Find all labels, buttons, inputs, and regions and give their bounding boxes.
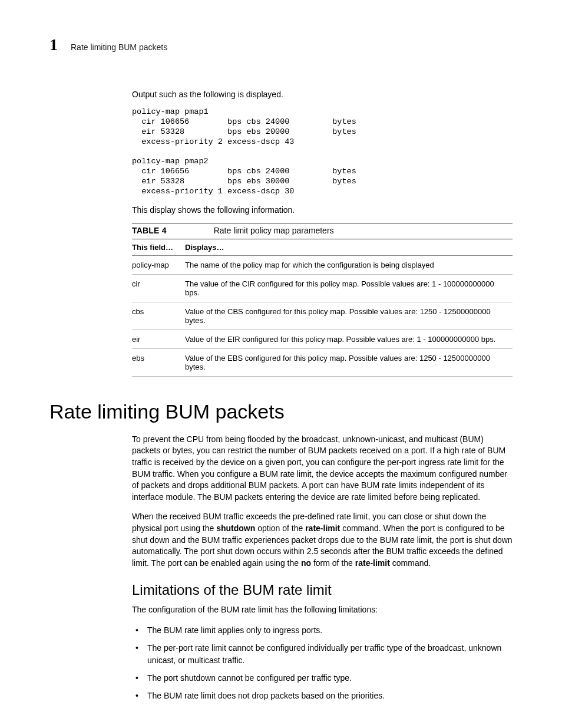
table-row: eir Value of the EIR configured for this…	[132, 330, 513, 348]
p2-seg-c: option of the	[255, 523, 305, 533]
section-body: To prevent the CPU from being flooded by…	[132, 434, 513, 702]
table-label: TABLE 4	[132, 226, 167, 235]
bold-rate-limit-2: rate-limit	[355, 558, 390, 568]
cell-field: cbs	[132, 302, 185, 330]
cell-desc: Value of the CBS configured for this pol…	[185, 302, 513, 330]
table-caption-text: Rate limit policy map parameters	[214, 226, 334, 235]
table-4: TABLE 4 Rate limit policy map parameters…	[132, 223, 513, 377]
list-item: The per-port rate limit cannot be config…	[147, 642, 513, 666]
page-header: 1 Rate limiting BUM packets	[49, 35, 513, 54]
list-item: The BUM rate limit does not drop packets…	[147, 690, 513, 701]
content-column: Output such as the following is displaye…	[132, 90, 513, 377]
table-row: policy-map The name of the policy map fo…	[132, 255, 513, 274]
list-item: The port shutdown cannot be configured p…	[147, 672, 513, 684]
bold-no: no	[301, 558, 311, 568]
code-output: policy-map pmap1 cir 106656 bps cbs 2400…	[132, 107, 513, 197]
params-table: This field… Displays… policy-map The nam…	[132, 239, 513, 377]
bold-rate-limit-1: rate-limit	[305, 523, 340, 533]
cell-field: cir	[132, 274, 185, 302]
intro-text: Output such as the following is displaye…	[132, 90, 513, 99]
table-row: cbs Value of the CBS configured for this…	[132, 302, 513, 330]
cell-desc: Value of the EIR configured for this pol…	[185, 330, 513, 348]
subsection-title: Limitations of the BUM rate limit	[132, 582, 513, 598]
th-field: This field…	[132, 239, 185, 255]
cell-field: policy-map	[132, 255, 185, 274]
chapter-number: 1	[49, 35, 58, 54]
p2-seg-e: form of the	[311, 558, 355, 568]
cell-desc: Value of the EBS configured for this pol…	[185, 348, 513, 376]
table-row: ebs Value of the EBS configured for this…	[132, 348, 513, 376]
cell-desc: The name of the policy map for which the…	[185, 255, 513, 274]
post-code-text: This display shows the following informa…	[132, 205, 513, 215]
limitations-list: The BUM rate limit applies only to ingre…	[132, 624, 513, 701]
header-title: Rate limiting BUM packets	[71, 42, 167, 52]
cell-field: eir	[132, 330, 185, 348]
section-para-1: To prevent the CPU from being flooded by…	[132, 434, 513, 503]
cell-field: ebs	[132, 348, 185, 376]
table-row: cir The value of the CIR configured for …	[132, 274, 513, 302]
table-caption: TABLE 4 Rate limit policy map parameters	[132, 223, 513, 239]
p2-seg-f: command.	[390, 558, 431, 568]
cell-desc: The value of the CIR configured for this…	[185, 274, 513, 302]
subsection-intro: The configuration of the BUM rate limit …	[132, 604, 513, 616]
table-header-row: This field… Displays…	[132, 239, 513, 255]
section-para-2: When the received BUM traffic exceeds th…	[132, 511, 513, 569]
th-displays: Displays…	[185, 239, 513, 255]
section-title: Rate limiting BUM packets	[49, 400, 513, 423]
list-item: The BUM rate limit applies only to ingre…	[147, 624, 513, 636]
bold-shutdown: shutdown	[216, 523, 255, 533]
